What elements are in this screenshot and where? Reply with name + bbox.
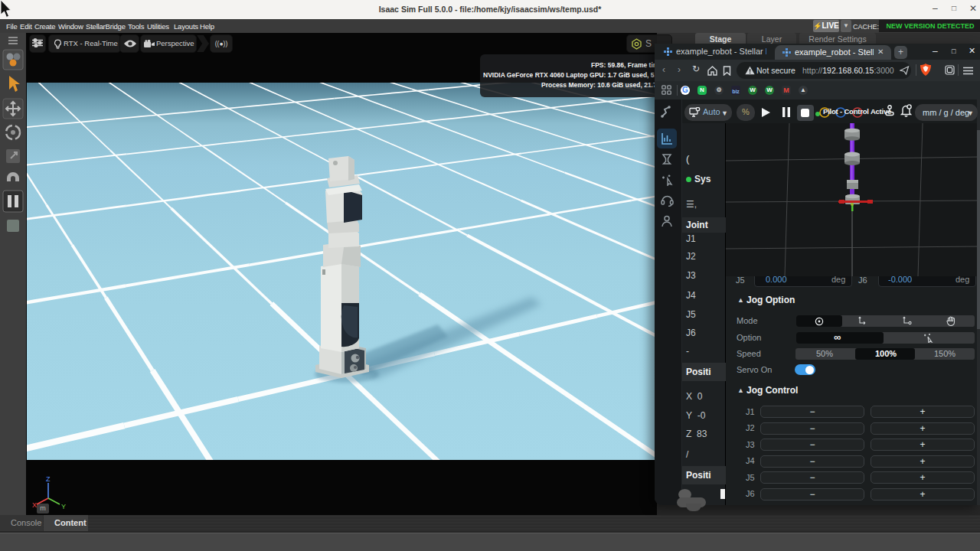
svg-text:X: X [32,501,37,509]
svg-text:Z: Z [46,475,51,483]
svg-text:Y: Y [61,503,66,510]
